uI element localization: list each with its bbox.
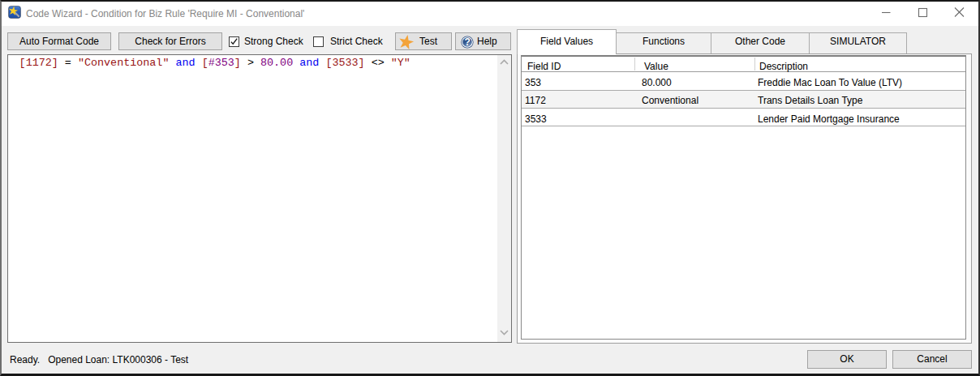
svg-text:?: ? xyxy=(464,36,470,48)
